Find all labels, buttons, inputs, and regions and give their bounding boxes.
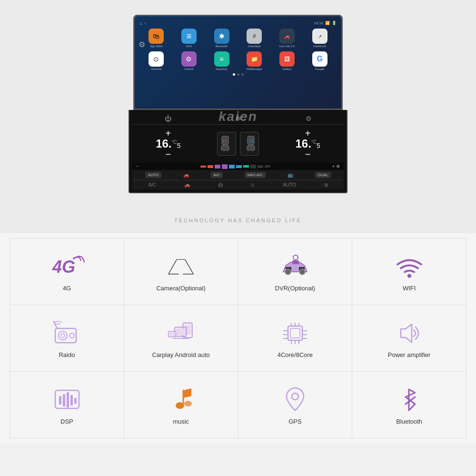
feature-radio: Raido bbox=[10, 305, 124, 372]
power-icon[interactable]: ⏻ bbox=[165, 115, 171, 122]
status-bar-right: 16:16📶🔋 bbox=[314, 21, 337, 25]
svg-rect-27 bbox=[184, 325, 191, 335]
left-seat-icon bbox=[217, 132, 236, 156]
feature-4g: 4G 4G bbox=[10, 238, 124, 305]
svg-point-23 bbox=[61, 334, 65, 337]
climate-right-temp: + 16. °C 5 − bbox=[274, 127, 342, 161]
feature-core: 4Core/8Core bbox=[238, 305, 353, 372]
svg-point-56 bbox=[292, 393, 298, 400]
amplifier-label: Power amplifier bbox=[388, 351, 431, 359]
app-chrome[interactable]: ⊙ Chrome bbox=[141, 51, 171, 70]
feature-bluetooth: Bluetooth bbox=[352, 372, 466, 438]
svg-rect-17 bbox=[292, 260, 299, 264]
feature-dvr: DVR(Optional) bbox=[238, 238, 353, 305]
camera-label: Camera(Optional) bbox=[156, 285, 205, 293]
climate-left-temp: + 16. °C 5 − bbox=[134, 127, 202, 161]
app-gallery[interactable]: 🖼 Gallery bbox=[272, 51, 302, 70]
dual-button[interactable]: DUAL bbox=[315, 172, 331, 178]
right-seat-icon bbox=[240, 132, 259, 156]
svg-rect-3 bbox=[248, 136, 254, 145]
svg-point-22 bbox=[59, 331, 67, 340]
climate-buttons-row: AUTO 🚗 A/C MAX A/C 📺 DUAL bbox=[132, 170, 344, 180]
4g-label: 4G bbox=[63, 285, 71, 293]
svg-point-55 bbox=[184, 401, 192, 407]
gps-label: GPS bbox=[288, 418, 301, 426]
svg-point-20 bbox=[407, 274, 411, 278]
climate-unit: ⏻ ❄ ⚙ + 16. °C 5 − bbox=[129, 110, 347, 193]
svg-point-16 bbox=[299, 269, 305, 275]
svg-rect-50 bbox=[63, 394, 65, 407]
left-temp-minus[interactable]: − bbox=[165, 149, 171, 159]
app-bluetooth[interactable]: ✱ Bluetooth bbox=[207, 29, 237, 48]
device-wrapper: △○ 16:16📶🔋 ⚙ 🛍 App Store ≡ bbox=[124, 15, 352, 215]
svg-line-8 bbox=[169, 259, 177, 274]
radio-label: Raido bbox=[59, 351, 75, 359]
fan-icon[interactable]: ❄ bbox=[236, 115, 241, 122]
seat-icons bbox=[217, 132, 259, 156]
feature-camera: Camera(Optional) bbox=[124, 238, 238, 305]
app-filemanager[interactable]: 📁 FileManager bbox=[239, 51, 269, 70]
camera-icon bbox=[167, 252, 195, 281]
svg-rect-51 bbox=[67, 392, 69, 407]
app-equalizer[interactable]: ≡ Equalizer bbox=[207, 51, 237, 70]
app-control[interactable]: ⚙ Control bbox=[174, 51, 204, 70]
bluetooth-icon bbox=[395, 386, 424, 414]
left-temp-value: 16. bbox=[156, 138, 171, 149]
svg-point-24 bbox=[69, 333, 74, 338]
app-carlink[interactable]: 🚗 Car Link 2.0 bbox=[272, 29, 302, 48]
auto-button[interactable]: AUTO bbox=[145, 172, 161, 178]
core-icon bbox=[281, 319, 309, 347]
right-temp-sub: 5 bbox=[317, 142, 320, 149]
right-temp-plus[interactable]: + bbox=[305, 129, 311, 138]
climate-bars: − + ❄ bbox=[132, 163, 344, 170]
ac-button[interactable]: A/C bbox=[211, 172, 223, 178]
left-temp-sub: 5 bbox=[177, 142, 181, 149]
ac-phys-icon: A/C bbox=[148, 182, 156, 188]
svg-rect-52 bbox=[70, 395, 73, 406]
app-appstore[interactable]: 🛍 App Store bbox=[141, 29, 171, 48]
bluetooth-label: Bluetooth bbox=[396, 418, 422, 426]
svg-rect-34 bbox=[290, 328, 300, 338]
feature-gps: GPS bbox=[238, 372, 353, 438]
app-google[interactable]: G Google bbox=[305, 51, 335, 70]
climate-main: + 16. °C 5 − bbox=[132, 125, 344, 163]
amplifier-icon bbox=[395, 319, 424, 347]
app-grid-row2: ⊙ Chrome ⚙ Control ≡ Equalizer 📁 FileMan… bbox=[138, 50, 338, 72]
app-carbitlink[interactable]: ↗ CarbitLink bbox=[305, 29, 335, 48]
svg-rect-1 bbox=[221, 146, 229, 150]
dsp-icon bbox=[52, 386, 81, 414]
gps-icon bbox=[281, 386, 309, 414]
app-calculator[interactable]: # Calculator bbox=[239, 29, 269, 48]
svg-text:4G: 4G bbox=[52, 257, 75, 277]
climate-center bbox=[204, 127, 272, 161]
features-grid: 4G 4G bbox=[10, 238, 466, 438]
page-dots bbox=[138, 73, 338, 76]
music-label: music bbox=[173, 418, 189, 426]
carplay-icon bbox=[167, 319, 195, 347]
top-screen: △○ 16:16📶🔋 ⚙ 🛍 App Store ≡ bbox=[133, 15, 343, 110]
wifi-label: WIFI bbox=[403, 285, 416, 293]
device-section: △○ 16:16📶🔋 ⚙ 🛍 App Store ≡ bbox=[0, 0, 476, 233]
svg-rect-0 bbox=[222, 136, 228, 145]
svg-point-54 bbox=[176, 402, 184, 409]
carplay-label: Carplay Android auto bbox=[152, 351, 209, 359]
dvr-icon bbox=[281, 252, 309, 281]
svg-point-15 bbox=[285, 269, 291, 275]
wifi-icon bbox=[395, 252, 424, 281]
app-grid-row1: 🛍 App Store ≡ AUX ✱ Bluetooth # Calculat… bbox=[138, 27, 338, 50]
dsp-label: DSP bbox=[60, 418, 73, 426]
4g-icon: 4G bbox=[52, 252, 81, 281]
climate-top-bar: ⏻ ❄ ⚙ bbox=[132, 113, 344, 125]
car-phys-icon: 🚗 bbox=[184, 182, 190, 188]
feature-carplay: Carplay Android auto bbox=[124, 305, 238, 372]
left-temp-plus[interactable]: + bbox=[165, 129, 171, 138]
svg-point-18 bbox=[293, 255, 298, 260]
right-temp-minus[interactable]: − bbox=[305, 149, 311, 159]
dvr-label: DVR(Optional) bbox=[275, 285, 316, 293]
app-aux[interactable]: ≡ AUX bbox=[174, 29, 204, 48]
max-ac-button[interactable]: MAX A/C bbox=[245, 172, 266, 178]
right-temp-value: 16. bbox=[295, 138, 311, 149]
feature-music: music bbox=[124, 372, 238, 438]
svg-rect-49 bbox=[59, 396, 61, 405]
settings-icon[interactable]: ⚙ bbox=[306, 115, 312, 122]
